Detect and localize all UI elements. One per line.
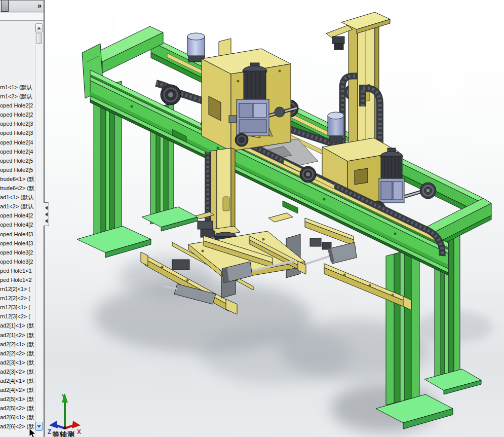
tree-item[interactable]: oped Hole4[2 [0, 220, 35, 229]
triad-y-label: Y [61, 393, 65, 400]
tree-item[interactable]: ad2[4]<1> (默 [0, 376, 35, 385]
tree-item[interactable]: rn12[3]<2> ( [0, 312, 35, 321]
scroll-down-button[interactable] [35, 422, 43, 431]
collapse-left-icon [45, 219, 48, 223]
tree-item[interactable]: oped Hole4[3 [0, 239, 35, 248]
tree-item[interactable]: oped Hole2[4 [0, 138, 35, 147]
orientation-triad: Y Z X [45, 387, 85, 435]
tree-item[interactable]: oped Hole4[2 [0, 211, 35, 220]
tree-item[interactable]: rn12[2]<2> ( [0, 294, 35, 303]
view-orientation-label: 等轴测 [52, 430, 75, 437]
tree-item[interactable]: trude6<1> (默 [0, 174, 35, 184]
tree-item[interactable]: ad2[3]<1> (默 [0, 358, 35, 367]
tree-item[interactable]: ad1<1> (默认 [0, 193, 35, 202]
tree-item[interactable]: ad2[2]<1> (默 [0, 340, 35, 349]
tree-item[interactable]: ad1<2> (默认 [0, 202, 35, 211]
triad-z-label: Z [48, 428, 51, 435]
tree-item[interactable]: oped Hole4[3 [0, 230, 35, 239]
tree-scrollbar[interactable] [35, 23, 43, 437]
tree-item[interactable]: oped Hole2[2 [0, 110, 35, 119]
tree-item[interactable]: rn1<1> (默认 [0, 83, 35, 92]
tree-item[interactable]: oped Hole2[5 [0, 156, 35, 165]
tree-item[interactable]: rn12[2]<1> ( [0, 284, 35, 294]
arrow-up-icon [37, 27, 41, 29]
collapse-left-icon [45, 212, 48, 216]
tree-item[interactable]: oped Hole3[2 [0, 257, 35, 266]
feature-manager-tab[interactable] [1, 1, 9, 12]
triad-x-label: X [77, 428, 81, 435]
tree-item[interactable]: oped Hole2[5 [0, 165, 35, 174]
graphics-viewport[interactable]: Y Z X 等轴测 [45, 0, 504, 437]
tree-item[interactable]: rn1<2> (默认 [0, 92, 35, 101]
tree-item[interactable]: ad2[4]<2> (默 [0, 385, 35, 394]
tree-item[interactable]: ad2[5]<1> (默 [0, 394, 35, 404]
feature-tree: rn1<1> (默认rn1<2> (默认oped Hole2[2oped Hol… [0, 83, 35, 431]
scroll-up-button[interactable] [35, 23, 43, 32]
feature-manager-panel[interactable]: » rn1<1> (默认rn1<2> (默认oped Hole2[2oped H… [0, 0, 45, 437]
tree-item[interactable]: oped Hole2[4 [0, 147, 35, 156]
tree-item[interactable]: rn12[3]<1> ( [0, 303, 35, 312]
tree-item[interactable]: ad2[1]<2> (默 [0, 331, 35, 340]
tree-item[interactable]: ad2[1]<1> (默 [0, 321, 35, 330]
arrow-down-icon [37, 425, 41, 428]
tree-item[interactable]: oped Hole2[3 [0, 119, 35, 128]
small-motor[interactable] [328, 112, 344, 143]
collapse-left-icon [45, 206, 48, 210]
mouse-cursor [28, 428, 36, 437]
panel-splitter-handle[interactable] [44, 202, 49, 226]
tree-item[interactable]: ad2[2]<2> (默 [0, 349, 35, 358]
tree-item[interactable]: oped Hole2[3 [0, 128, 35, 137]
cad-model-gantry-machine[interactable] [45, 0, 504, 437]
tree-item[interactable]: ad2[3]<2> (默 [0, 367, 35, 376]
tree-item[interactable]: ped Hole1<2 [0, 275, 35, 284]
tree-item[interactable]: trude6<2> (默 [0, 184, 35, 193]
tree-item[interactable]: ad2[6]<1> (默 [0, 413, 35, 422]
expand-panel-chevron-icon[interactable]: » [37, 1, 42, 10]
tree-filter-input[interactable] [0, 13, 44, 21]
tree-item[interactable]: oped Hole2[2 [0, 101, 35, 110]
scrollbar-thumb[interactable] [36, 33, 42, 44]
tree-item[interactable]: ad2[5]<2> (默 [0, 404, 35, 413]
panel-header: » [0, 0, 44, 12]
tree-item[interactable]: ped Hole1<1 [0, 266, 35, 275]
tree-item[interactable]: oped Hole3[2 [0, 248, 35, 257]
